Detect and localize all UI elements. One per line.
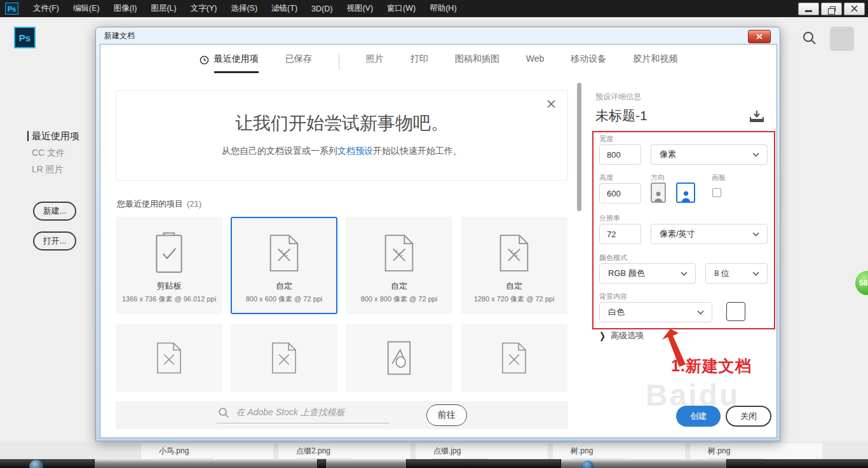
clock-icon	[200, 55, 209, 65]
tab-web[interactable]: Web	[526, 53, 545, 72]
width-label: 宽度	[599, 134, 613, 144]
recent-card[interactable]	[346, 324, 452, 392]
banner-close-button[interactable]	[546, 99, 556, 111]
file-item[interactable]: 小鸟.png	[141, 443, 273, 459]
workspace-search-button[interactable]	[802, 31, 817, 48]
new-document-dialog: 新建文档 最近使用项 已保存 照片 打印 图稿和插图 Web	[95, 27, 780, 441]
restore-button[interactable]	[821, 3, 842, 15]
search-icon	[218, 407, 229, 418]
recent-card[interactable]	[116, 324, 222, 392]
close-dialog-button[interactable]: 关闭	[726, 406, 771, 427]
chevron-down-icon	[752, 232, 759, 237]
create-button[interactable]: 创建	[676, 406, 721, 427]
height-input[interactable]	[599, 183, 641, 203]
sidebar-item-lr-photos[interactable]: LR 照片	[32, 164, 64, 176]
windows-taskbar[interactable]	[0, 459, 868, 468]
portrait-orientation-button[interactable]	[651, 182, 666, 203]
banner-heading: 让我们开始尝试新事物吧。	[116, 111, 567, 135]
document-draft-icon	[500, 340, 528, 376]
file-name: 树.png	[708, 446, 822, 457]
recent-card-custom-800x800[interactable]: 自定 800 x 800 像素 @ 72 ppi	[346, 217, 452, 314]
close-icon	[756, 34, 763, 39]
sidebar-item-cc-files[interactable]: CC 文件	[32, 148, 65, 159]
tab-label: 打印	[410, 53, 428, 73]
menu-3d[interactable]: 3D(D)	[304, 0, 339, 17]
menu-file[interactable]: 文件(F)	[26, 0, 66, 17]
tab-film-video[interactable]: 胶片和视频	[633, 53, 677, 73]
taskbar-app-icon[interactable]	[582, 460, 593, 468]
welcome-banner: 让我们开始尝试新事物吧。 从您自己的文档设置或一系列文档预设开始以快速开始工作。	[116, 90, 568, 181]
preset-tabs: 最近使用项 已保存 照片 打印 图稿和插图 Web 移动设备 胶片和视频	[100, 53, 776, 73]
advanced-options-label: 高级选项	[611, 330, 644, 341]
width-input[interactable]	[599, 144, 641, 165]
avatar[interactable]	[830, 27, 854, 51]
menu-layer[interactable]: 图层(L)	[144, 0, 183, 17]
resolution-unit-value: 像素/英寸	[660, 228, 695, 240]
recent-card[interactable]	[231, 324, 337, 392]
file-item[interactable]: 点缀2.png	[278, 443, 410, 459]
tab-divider	[339, 53, 339, 70]
minimize-button[interactable]	[798, 3, 819, 15]
menu-window[interactable]: 窗口(W)	[380, 0, 423, 17]
dialog-close-button[interactable]	[748, 30, 771, 43]
recent-card-custom-1280x720[interactable]: 自定 1280 x 720 像素 @ 72 ppi	[461, 217, 567, 314]
resolution-input[interactable]	[599, 224, 641, 244]
file-item[interactable]: 树.png	[553, 443, 685, 459]
tab-photo[interactable]: 照片	[366, 53, 384, 73]
chevron-down-icon	[752, 272, 759, 276]
document-name[interactable]: 未标题-1	[595, 107, 648, 125]
file-item[interactable]: 树.png	[690, 443, 822, 459]
tab-saved[interactable]: 已保存	[285, 53, 312, 73]
landscape-orientation-button[interactable]	[676, 182, 695, 203]
resolution-label: 分辨率	[599, 214, 620, 223]
menu-select[interactable]: 选择(S)	[224, 0, 264, 17]
recent-card-custom-800x600[interactable]: 自定 800 x 600 像素 @ 72 ppi	[231, 217, 337, 314]
notification-badge[interactable]: 58	[854, 270, 868, 296]
recent-card-clipboard[interactable]: 剪贴板 868 x 468 像素 @ 96.012 ppi	[116, 217, 222, 314]
photoshop-screen: Ps 文件(F) 编辑(E) 图像(I) 图层(L) 文字(Y) 选择(S) 滤…	[0, 0, 868, 468]
menu-image[interactable]: 图像(I)	[107, 0, 144, 17]
menu-view[interactable]: 视图(V)	[339, 0, 380, 17]
stock-search-input[interactable]: 在 Adobe Stock 上查找模板	[217, 407, 389, 423]
open-button[interactable]: 打开...	[33, 231, 76, 251]
scrollbar-thumb[interactable]	[577, 83, 581, 211]
go-button[interactable]: 前往	[426, 404, 467, 426]
artboard-checkbox[interactable]	[712, 188, 721, 197]
background-contents-select[interactable]: 白色	[599, 302, 712, 322]
resolution-unit-select[interactable]: 像素/英寸	[651, 224, 768, 244]
advanced-options-toggle[interactable]: ❯ 高级选项	[599, 330, 644, 341]
document-draft-icon	[270, 340, 298, 376]
width-unit-select[interactable]: 像素	[651, 144, 768, 165]
sidebar-item-recent[interactable]: 最近使用项	[32, 130, 79, 142]
taskbar-app-button[interactable]	[94, 459, 318, 468]
background-color-swatch[interactable]	[726, 302, 745, 321]
tab-print[interactable]: 打印	[410, 53, 428, 73]
start-orb-icon[interactable]	[29, 460, 43, 468]
bit-depth-value: 8 位	[714, 268, 729, 279]
recent-files-strip: 小鸟.png 点缀2.png 点缀.jpg 树.png 树.png	[0, 442, 868, 459]
recent-card[interactable]	[461, 324, 567, 392]
color-mode-select[interactable]: RGB 颜色	[599, 263, 696, 284]
banner-text-after: 开始以快速开始工作。	[373, 146, 462, 156]
tab-mobile[interactable]: 移动设备	[571, 53, 606, 73]
save-preset-button[interactable]	[750, 111, 764, 125]
doc-presets-link[interactable]: 文档预设	[337, 146, 373, 156]
new-button[interactable]: 新建...	[33, 202, 76, 221]
menu-edit[interactable]: 编辑(E)	[66, 0, 107, 17]
tab-art-illustration[interactable]: 图稿和插图	[455, 53, 499, 73]
ps-start-logo: Ps	[14, 27, 36, 48]
file-item[interactable]: 点缀.jpg	[416, 443, 548, 459]
height-label: 高度	[599, 173, 613, 182]
recent-items-title: 您最近使用的项目	[117, 199, 183, 209]
close-window-button[interactable]	[844, 3, 865, 15]
menu-help[interactable]: 帮助(H)	[423, 0, 463, 17]
tab-recent[interactable]: 最近使用项	[200, 53, 259, 73]
bit-depth-select[interactable]: 8 位	[705, 263, 768, 284]
menu-filter[interactable]: 滤镜(T)	[264, 0, 304, 17]
file-name: 点缀.jpg	[433, 446, 548, 457]
chevron-down-icon	[697, 310, 704, 315]
menu-type[interactable]: 文字(Y)	[184, 0, 224, 17]
window-controls	[798, 3, 865, 15]
recent-items-label: 您最近使用的项目(21)	[117, 198, 201, 210]
taskbar-app-button[interactable]	[325, 459, 407, 468]
